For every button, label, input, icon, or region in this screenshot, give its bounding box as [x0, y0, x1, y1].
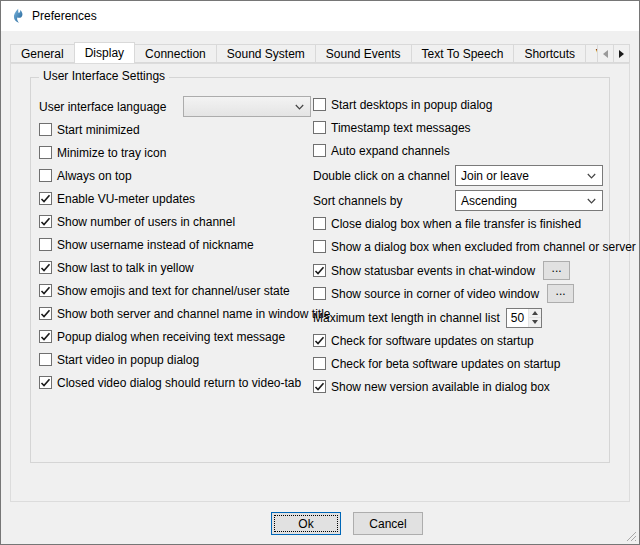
- chevron-down-icon: [587, 173, 596, 179]
- checkbox-video-source[interactable]: Show source in corner of video window: [313, 287, 539, 301]
- checkbox-label: Show number of users in channel: [57, 215, 235, 229]
- spin-down-button[interactable]: [529, 317, 541, 327]
- left-arrow-icon: [603, 50, 608, 58]
- left-checkbox-list: Start minimized Minimize to tray icon: [39, 121, 311, 391]
- check-icon: [40, 308, 51, 319]
- tab-scroll-right-button[interactable]: [613, 44, 630, 63]
- checkbox-row[interactable]: Check for software updates on startup: [313, 332, 603, 349]
- tab[interactable]: Connection: [134, 44, 217, 63]
- double-click-row: Double click on a channel Join or leave: [313, 165, 603, 186]
- checkbox-label: Minimize to tray icon: [57, 146, 166, 160]
- user-interface-settings-group: User Interface Settings User interface l…: [30, 77, 610, 463]
- video-source-browse-button[interactable]: ...: [547, 284, 574, 303]
- checkbox-row[interactable]: Enable VU-meter updates: [39, 190, 311, 207]
- titlebar[interactable]: Preferences: [1, 1, 639, 31]
- checkbox-row[interactable]: Start minimized: [39, 121, 311, 138]
- checkbox[interactable]: [39, 330, 52, 343]
- checkbox-label: Always on top: [57, 169, 132, 183]
- check-icon: [40, 377, 51, 388]
- check-icon: [314, 335, 325, 346]
- checkbox[interactable]: [39, 284, 52, 297]
- checkbox-row[interactable]: Show both server and channel name in win…: [39, 305, 311, 322]
- checkbox-label: Show emojis and text for channel/user st…: [57, 284, 290, 298]
- checkbox-label: Show both server and channel name in win…: [57, 307, 331, 321]
- checkbox-row[interactable]: Popup dialog when receiving text message: [39, 328, 311, 345]
- checkbox[interactable]: [313, 264, 326, 277]
- down-arrow-icon: [532, 320, 538, 324]
- checkbox-row[interactable]: Start desktops in popup dialog: [313, 96, 603, 113]
- statusbar-events-browse-button[interactable]: ...: [543, 261, 570, 280]
- checkbox[interactable]: [313, 98, 326, 111]
- right-arrow-icon: [619, 50, 624, 58]
- language-select[interactable]: [183, 96, 311, 117]
- checkbox[interactable]: [313, 144, 326, 157]
- sort-channels-row: Sort channels by Ascending: [313, 190, 603, 211]
- checkbox-row[interactable]: Show number of users in channel: [39, 213, 311, 230]
- checkbox-row[interactable]: Minimize to tray icon: [39, 144, 311, 161]
- checkbox-row[interactable]: Show emojis and text for channel/user st…: [39, 282, 311, 299]
- tab[interactable]: Text To Speech: [411, 44, 515, 63]
- checkbox-label: Popup dialog when receiving text message: [57, 330, 285, 344]
- checkbox[interactable]: [39, 123, 52, 136]
- checkbox[interactable]: [39, 353, 52, 366]
- resize-grip[interactable]: [624, 529, 637, 542]
- checkbox-row[interactable]: Start video in popup dialog: [39, 351, 311, 368]
- double-click-select[interactable]: Join or leave: [455, 165, 603, 186]
- tab[interactable]: Sound System: [216, 44, 316, 63]
- checkbox-row[interactable]: Show username instead of nickname: [39, 236, 311, 253]
- checkbox[interactable]: [313, 287, 326, 300]
- tab-bar: General Display Connection Sound System …: [10, 42, 630, 63]
- checkbox-row[interactable]: Show new version available in dialog box: [313, 378, 603, 395]
- chevron-down-icon: [587, 198, 596, 204]
- checkbox[interactable]: [39, 215, 52, 228]
- checkbox-label: Show last to talk in yellow: [57, 261, 194, 275]
- check-icon: [40, 193, 51, 204]
- checkbox[interactable]: [39, 146, 52, 159]
- preferences-dialog: Preferences General Display Connection S…: [0, 0, 640, 545]
- double-click-label: Double click on a channel: [313, 169, 450, 183]
- ok-button[interactable]: Ok: [271, 512, 341, 535]
- sort-channels-select[interactable]: Ascending: [455, 190, 603, 211]
- tab-scroll-buttons: [597, 44, 630, 63]
- checkbox[interactable]: [313, 380, 326, 393]
- checkbox[interactable]: [39, 261, 52, 274]
- spin-up-button[interactable]: [529, 309, 541, 318]
- double-click-value: Join or leave: [461, 169, 529, 183]
- checkbox[interactable]: [313, 217, 326, 230]
- tab[interactable]: General: [10, 44, 75, 63]
- checkbox-row[interactable]: Show last to talk in yellow: [39, 259, 311, 276]
- cancel-button[interactable]: Cancel: [353, 512, 423, 535]
- right-column: Start desktops in popup dialog Timestamp…: [313, 96, 603, 401]
- tab[interactable]: Display: [74, 42, 135, 63]
- checkbox-row[interactable]: Timestamp text messages: [313, 119, 603, 136]
- checkbox[interactable]: [39, 307, 52, 320]
- checkbox-row[interactable]: Close dialog box when a file transfer is…: [313, 215, 603, 232]
- group-title: User Interface Settings: [39, 69, 169, 83]
- checkbox[interactable]: [313, 240, 326, 253]
- checkbox-statusbar-events[interactable]: Show statusbar events in chat-window: [313, 264, 535, 278]
- checkbox[interactable]: [313, 357, 326, 370]
- checkbox[interactable]: [39, 169, 52, 182]
- checkbox-row[interactable]: Closed video dialog should return to vid…: [39, 374, 311, 391]
- checkbox-row[interactable]: Check for beta software updates on start…: [313, 355, 603, 372]
- tab[interactable]: Sound Events: [315, 44, 412, 63]
- checkbox-row[interactable]: Always on top: [39, 167, 311, 184]
- checkbox[interactable]: [39, 376, 52, 389]
- max-text-length-row: Maximum text length in channel list 50: [313, 307, 603, 328]
- max-text-length-value: 50: [507, 309, 528, 327]
- max-text-length-spinner[interactable]: 50: [506, 308, 542, 328]
- checkbox[interactable]: [39, 192, 52, 205]
- checkbox[interactable]: [313, 121, 326, 134]
- checkbox-row[interactable]: Show a dialog box when excluded from cha…: [313, 238, 603, 255]
- checkbox-row[interactable]: Auto expand channels: [313, 142, 603, 159]
- right-checkbox-list-top: Start desktops in popup dialog Timestamp…: [313, 96, 603, 159]
- checkbox[interactable]: [313, 334, 326, 347]
- tab[interactable]: Shortcuts: [513, 44, 586, 63]
- app-logo-icon: [9, 8, 25, 24]
- checkbox-label: Show a dialog box when excluded from cha…: [331, 240, 636, 254]
- checkbox[interactable]: [39, 238, 52, 251]
- checkbox-label: Close dialog box when a file transfer is…: [331, 217, 581, 231]
- checkbox-label: Show username instead of nickname: [57, 238, 254, 252]
- tab-scroll-left-button[interactable]: [597, 44, 614, 63]
- checkbox-label: Show source in corner of video window: [331, 287, 539, 301]
